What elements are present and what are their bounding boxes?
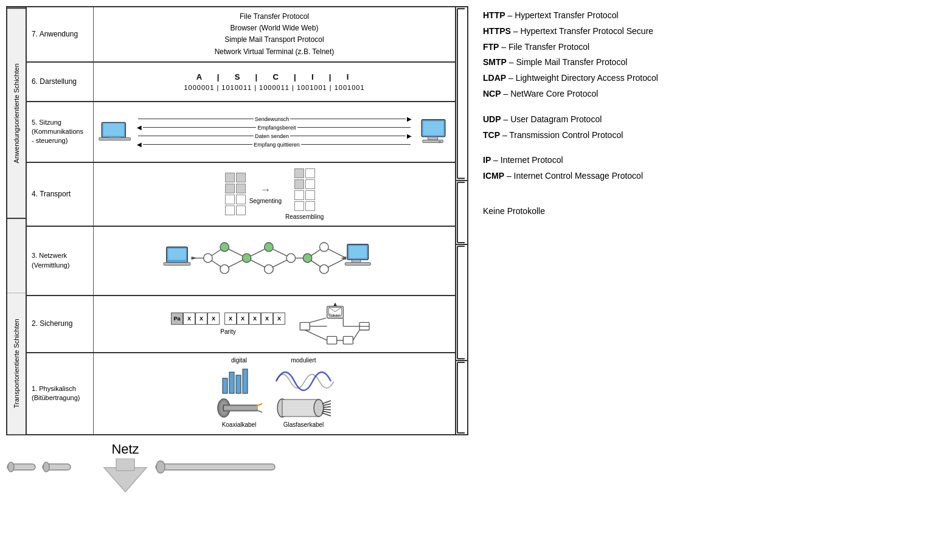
seg-box-empty bbox=[305, 190, 315, 200]
layer-6-content: A | S | C | I | I 1000001 | 1010011 | 10… bbox=[94, 63, 455, 101]
svg-line-72 bbox=[323, 404, 331, 406]
layer-7-label: 7. Anwendung bbox=[27, 7, 94, 61]
svg-rect-11 bbox=[164, 262, 190, 265]
right-brackets bbox=[455, 7, 467, 434]
layer-4-content: → Segmenting bbox=[94, 163, 455, 226]
anwendungsorientierte-label: Anwendungsorientierte Schichten bbox=[7, 7, 26, 218]
svg-rect-10 bbox=[168, 249, 186, 260]
protocols-panel: HTTP – Hypertext Transfer Protocol HTTPS… bbox=[483, 6, 658, 219]
svg-point-35 bbox=[320, 264, 329, 274]
seg-box bbox=[294, 168, 304, 178]
seg-box-empty bbox=[305, 201, 315, 211]
svg-rect-65 bbox=[224, 406, 257, 410]
seg-box bbox=[294, 179, 304, 189]
layer-1-row: 1. Physikalisch(Bitübertragung) digital bbox=[27, 353, 455, 434]
svg-line-71 bbox=[322, 401, 331, 404]
svg-point-96 bbox=[156, 461, 165, 473]
protocol-ncp: NCP – NetWare Core Protocol bbox=[483, 87, 658, 102]
seg-box-empty bbox=[225, 206, 235, 215]
bottom-cable-2 bbox=[41, 459, 72, 474]
layer-2-row: 2. Sicherung Pa X X X X X bbox=[27, 296, 455, 353]
digital-group: digital bbox=[215, 357, 263, 428]
protocol-tcp: TCP – Transmission Control Protocol bbox=[483, 128, 658, 143]
par-cell-x4: X bbox=[224, 313, 237, 325]
protocol-keine: Keine Protokolle bbox=[483, 204, 658, 219]
svg-point-92 bbox=[43, 462, 49, 472]
network-topology-svg bbox=[159, 230, 390, 291]
svg-rect-60 bbox=[243, 369, 248, 393]
protocol-http: HTTP – Hypertext Transfer Protocol bbox=[483, 9, 658, 23]
layer-1-content: digital bbox=[94, 353, 455, 434]
svg-rect-59 bbox=[236, 375, 241, 393]
svg-point-29 bbox=[242, 254, 251, 263]
gap-2 bbox=[483, 143, 658, 152]
fiber-cable-svg bbox=[276, 398, 331, 419]
layer-5-arrows: Sendewunsch ▶ ◀ Empfangsbereit bbox=[137, 116, 412, 148]
seg-box bbox=[236, 184, 246, 193]
main-content: Anwendungsorientierte Schichten Transpor… bbox=[6, 6, 924, 435]
svg-point-33 bbox=[303, 254, 312, 263]
par-cell-x1: X bbox=[183, 313, 195, 325]
token-ring-svg: Token bbox=[293, 300, 378, 348]
bracket-network-data bbox=[456, 245, 467, 360]
protocol-udp: UDP – User Datagram Protocol bbox=[483, 112, 658, 127]
bottom-section: Netz bbox=[6, 441, 276, 492]
layer-1-label: 1. Physikalisch(Bitübertragung) bbox=[27, 353, 94, 434]
protocol-ftp: FTP – File Transfer Protocol bbox=[483, 40, 658, 55]
layer-6-ascii: A | S | C | I | I 1000001 | 1010011 | 10… bbox=[184, 72, 365, 91]
svg-line-56 bbox=[310, 318, 326, 322]
svg-line-74 bbox=[323, 409, 331, 410]
svg-rect-95 bbox=[156, 464, 275, 470]
gap-3 bbox=[483, 185, 658, 193]
segments-left bbox=[225, 173, 246, 215]
svg-rect-5 bbox=[423, 121, 443, 135]
svg-rect-40 bbox=[345, 262, 370, 265]
layer-2-label: 2. Sicherung bbox=[27, 296, 94, 352]
layer-6-row: 6. Darstellung A | S | C | I | I 1000001… bbox=[27, 63, 455, 102]
seg-box bbox=[225, 173, 235, 182]
svg-line-53 bbox=[353, 330, 359, 340]
netz-arrow-section: Netz bbox=[101, 441, 150, 492]
protocol-icmp: ICMP – Internet Control Message Protocol bbox=[483, 169, 658, 184]
transport-side-label bbox=[7, 218, 26, 292]
laptop-svg bbox=[99, 120, 132, 144]
svg-rect-1 bbox=[103, 123, 124, 136]
svg-rect-39 bbox=[352, 260, 361, 263]
par-cell-x7: X bbox=[261, 313, 273, 325]
down-arrow-svg bbox=[101, 458, 150, 492]
bracket-physical bbox=[456, 361, 467, 434]
svg-rect-6 bbox=[428, 137, 438, 140]
par-cell-x2: X bbox=[195, 313, 207, 325]
segments-right bbox=[294, 168, 315, 211]
svg-rect-57 bbox=[223, 378, 227, 393]
protocol-https: HTTPS – Hypertext Transfer Protocol Secu… bbox=[483, 24, 658, 39]
digital-bars-svg bbox=[220, 366, 259, 396]
bottom-cable-1 bbox=[6, 459, 36, 474]
layer-3-row: 3. Netzwerk(Vermittlung) bbox=[27, 227, 455, 296]
protocol-smtp: SMTP – Simple Mail Transfer Protocol bbox=[483, 55, 658, 70]
layer-5-row: 5. Sitzung(Kommunikations- steuerung) bbox=[27, 102, 455, 163]
glas-label: Glasfaserkabel bbox=[283, 421, 324, 428]
modulated-group: moduliert bbox=[273, 357, 334, 428]
osi-table: Anwendungsorientierte Schichten Transpor… bbox=[6, 6, 468, 435]
sine-wave-svg bbox=[273, 366, 334, 396]
svg-point-32 bbox=[286, 254, 296, 263]
side-labels: Anwendungsorientierte Schichten Transpor… bbox=[7, 7, 27, 434]
layer-3-content bbox=[94, 227, 455, 295]
seg-box-empty bbox=[305, 168, 315, 178]
seg-box-empty bbox=[305, 179, 315, 189]
svg-point-34 bbox=[320, 243, 329, 252]
arrow-empfangsbereit: ◀ Empfangsbereit bbox=[137, 124, 412, 131]
koax-label: Koaxialkabel bbox=[222, 421, 257, 428]
bracket-transport bbox=[456, 181, 467, 244]
par-cell-x5: X bbox=[237, 313, 249, 325]
ascii-values: 1000001 | 1010011 | 1000011 | 1001001 | … bbox=[184, 84, 365, 91]
bracket-upper bbox=[456, 7, 467, 180]
svg-rect-58 bbox=[229, 372, 234, 393]
svg-point-30 bbox=[265, 243, 274, 252]
svg-line-73 bbox=[323, 407, 331, 407]
arrow-sendewunsch: Sendewunsch ▶ bbox=[137, 116, 412, 122]
seg-box bbox=[236, 173, 246, 182]
svg-rect-69 bbox=[282, 399, 319, 417]
seg-box-empty bbox=[236, 206, 246, 215]
